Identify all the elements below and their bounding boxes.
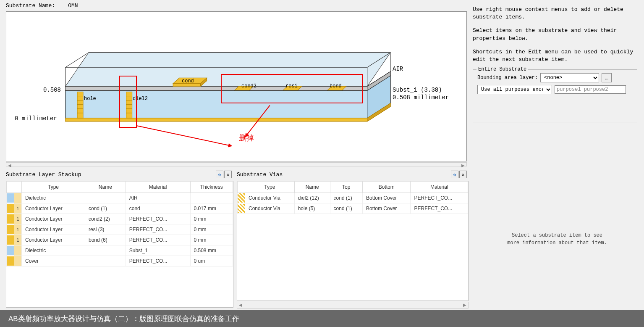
table-row[interactable]: DielectricAIR bbox=[7, 193, 233, 203]
footer-caption: AB类射频功率放大器设计与仿真（二）：版图原理图联合仿真的准备工作 bbox=[0, 310, 644, 327]
col-via-name[interactable]: Name bbox=[294, 182, 330, 193]
anno-box-diel2 bbox=[119, 76, 137, 128]
substrate-3d-viewer[interactable]: AIR Subst_1 (3.38) 0.508 millimeter 0.50… bbox=[6, 11, 467, 161]
vias-h-scrollbar[interactable] bbox=[237, 302, 469, 309]
vias-title: Substrate Vias bbox=[237, 171, 283, 178]
col-via-top[interactable]: Top bbox=[330, 182, 362, 193]
table-row[interactable]: 1Conductor Layerresi (3)PERFECT_CO...0 m… bbox=[7, 224, 233, 235]
col-via-material[interactable]: Material bbox=[411, 182, 468, 193]
anno-box-pads bbox=[221, 74, 363, 103]
col-name[interactable]: Name bbox=[85, 182, 126, 193]
table-row[interactable]: CoverPERFECT_CO...0 um bbox=[7, 256, 233, 266]
subst-thickness-label: 0.508 millimeter bbox=[393, 94, 449, 101]
air-label: AIR bbox=[393, 66, 403, 72]
gear-icon[interactable]: ✿ bbox=[451, 171, 458, 178]
col-type[interactable]: Type bbox=[22, 182, 85, 193]
cond-label: cond bbox=[182, 78, 194, 84]
svg-rect-19 bbox=[77, 92, 83, 118]
purposes-mode-select[interactable]: Use all purposes except: bbox=[477, 85, 552, 94]
top-thickness-label: 0.508 bbox=[43, 87, 61, 93]
hint-1: Use right mouse context menus to add or … bbox=[473, 6, 637, 21]
close-icon[interactable]: ✕ bbox=[224, 171, 232, 178]
hint-3: Shortcuts in the Edit menu can be used t… bbox=[473, 48, 637, 63]
table-row[interactable]: 1Conductor Layercond2 (2)PERFECT_CO...0 … bbox=[7, 214, 233, 224]
purposes-input[interactable] bbox=[555, 85, 626, 94]
table-row[interactable]: Conductor Viadiel2 (12)cond (1)Bottom Co… bbox=[238, 193, 468, 203]
col-material[interactable]: Material bbox=[126, 182, 190, 193]
entire-substrate-group: Entire Substrate Bounding area layer: <n… bbox=[473, 69, 637, 122]
col-via-type[interactable]: Type bbox=[245, 182, 295, 193]
gear-icon[interactable]: ✿ bbox=[216, 171, 223, 178]
substrate-name-label: Substrate Name: bbox=[6, 3, 55, 9]
hint-2: Select items on the substrate and view t… bbox=[473, 27, 637, 42]
bottom-label: 0 millimeter bbox=[15, 115, 57, 122]
hole-label: hole bbox=[84, 96, 96, 102]
stackup-title: Substrate Layer Stackup bbox=[6, 171, 81, 178]
col-via-bottom[interactable]: Bottom bbox=[362, 182, 411, 193]
vias-table[interactable]: Type Name Top Bottom Material Conductor … bbox=[237, 181, 469, 301]
info-hint: Select a substrate item to see more info… bbox=[470, 168, 644, 310]
table-row[interactable]: 1Conductor Layerbond (6)PERFECT_CO...0 m… bbox=[7, 235, 233, 245]
bounding-layer-select[interactable]: <none> bbox=[540, 73, 599, 82]
subst-label: Subst_1 (3.38) bbox=[393, 87, 442, 93]
props-group-title: Entire Substrate bbox=[476, 66, 528, 72]
substrate-name-value: OMN bbox=[68, 3, 78, 9]
stackup-table[interactable]: Type Name Material Thickness DielectricA… bbox=[6, 181, 233, 308]
table-row[interactable]: 1Conductor Layercond (1)cond0.017 mm bbox=[7, 203, 233, 214]
delete-annotation: 删掉 bbox=[239, 133, 254, 143]
bounding-browse-button[interactable]: ... bbox=[602, 73, 612, 82]
table-row[interactable]: Conductor Viahole (5)cond (1)Bottom Cove… bbox=[238, 203, 468, 214]
bounding-label: Bounding area layer: bbox=[477, 75, 538, 81]
viewer-h-scrollbar[interactable] bbox=[6, 162, 467, 166]
col-thickness[interactable]: Thickness bbox=[190, 182, 233, 193]
table-row[interactable]: DielectricSubst_10.508 mm bbox=[7, 245, 233, 256]
close-icon[interactable]: ✕ bbox=[459, 171, 467, 178]
